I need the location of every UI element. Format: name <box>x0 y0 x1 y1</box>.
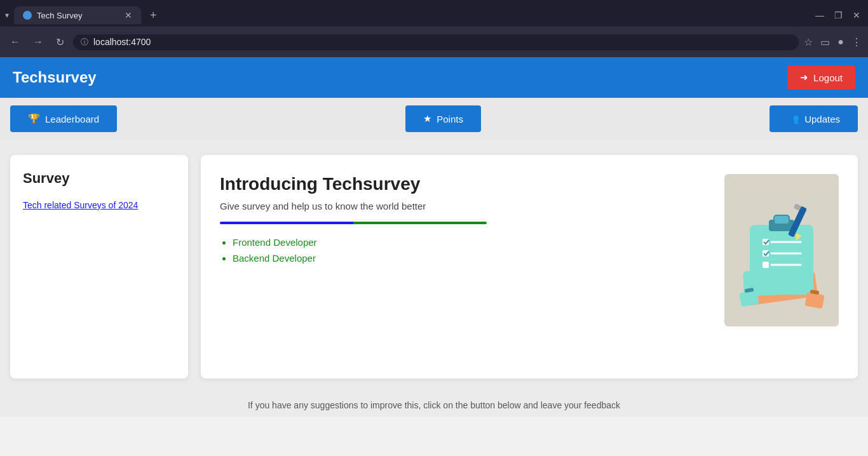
active-tab[interactable]: Tech Survey ✕ <box>14 6 141 24</box>
svg-rect-8 <box>763 262 769 268</box>
footer-message: If you have any suggestions to improve t… <box>248 400 620 410</box>
trophy-icon: 🏆 <box>28 113 40 124</box>
svg-rect-5 <box>774 215 789 224</box>
main-content: Survey Tech related Surveys of 2024 Intr… <box>0 140 868 394</box>
tab-favicon <box>23 11 32 20</box>
forward-button[interactable]: → <box>29 34 47 50</box>
main-card: Introducing Techsurvey Give survey and h… <box>201 155 858 379</box>
survey-illustration <box>724 174 839 326</box>
logout-label: Logout <box>813 72 843 83</box>
minimize-button[interactable]: — <box>815 10 824 20</box>
back-button[interactable]: ← <box>6 34 24 50</box>
address-bar[interactable]: ⓘ <box>73 34 799 50</box>
svg-rect-3 <box>750 225 813 295</box>
refresh-button[interactable]: ↻ <box>52 34 68 51</box>
survey-item-backend[interactable]: Backend Developer <box>233 253 712 264</box>
divider-bar <box>220 222 487 224</box>
points-button[interactable]: ★ Points <box>405 105 481 132</box>
leaderboard-button[interactable]: 🏆 Leaderboard <box>10 105 117 132</box>
window-controls: — ❐ ✕ <box>815 10 863 20</box>
points-label: Points <box>437 114 463 124</box>
tab-dropdown-icon[interactable]: ▾ <box>5 11 9 20</box>
sidebar-survey-link[interactable]: Tech related Surveys of 2024 <box>23 200 138 210</box>
updates-button[interactable]: 👥 Updates <box>770 105 858 132</box>
app-header: Techsurvey ➜ Logout <box>0 57 868 98</box>
logout-icon: ➜ <box>800 72 808 83</box>
tab-bar: ▾ Tech Survey ✕ + — ❐ ✕ <box>0 0 868 27</box>
main-heading: Introducing Techsurvey <box>220 174 712 194</box>
maximize-button[interactable]: ❐ <box>834 10 843 20</box>
profile-icon[interactable]: ● <box>837 36 844 48</box>
app-title: Techsurvey <box>13 69 97 86</box>
logout-button[interactable]: ➜ Logout <box>787 65 855 90</box>
tab-close-icon[interactable]: ✕ <box>125 10 132 20</box>
star-icon: ★ <box>423 113 431 124</box>
updates-label: Updates <box>804 114 840 124</box>
backend-link[interactable]: Backend Developer <box>233 253 316 264</box>
survey-item-frontend[interactable]: Frontend Developer <box>233 237 712 248</box>
sidebar-heading: Survey <box>23 170 175 187</box>
menu-icon[interactable]: ⋮ <box>851 36 862 48</box>
lock-icon: ⓘ <box>81 37 88 48</box>
tab-title: Tech Survey <box>37 11 119 20</box>
address-input[interactable] <box>93 37 791 47</box>
frontend-link[interactable]: Frontend Developer <box>233 237 317 248</box>
close-button[interactable]: ✕ <box>853 10 860 20</box>
toolbar-right: ☆ ▭ ● ⋮ <box>804 36 862 48</box>
clipboard-svg <box>731 187 832 314</box>
new-tab-button[interactable]: + <box>146 8 161 23</box>
footer-text: If you have any suggestions to improve t… <box>0 394 868 417</box>
browser-toolbar: ← → ↻ ⓘ ☆ ▭ ● ⋮ <box>0 27 868 57</box>
sidebar-card: Survey Tech related Surveys of 2024 <box>10 155 188 379</box>
cast-icon[interactable]: ▭ <box>820 36 830 48</box>
nav-bar: 🏆 Leaderboard ★ Points 👥 Updates <box>0 98 868 140</box>
survey-list: Frontend Developer Backend Developer <box>220 237 712 264</box>
bookmark-icon[interactable]: ☆ <box>804 36 813 48</box>
main-subtitle: Give survey and help us to know the worl… <box>220 201 712 211</box>
users-icon: 👥 <box>787 113 799 124</box>
leaderboard-label: Leaderboard <box>45 114 99 124</box>
